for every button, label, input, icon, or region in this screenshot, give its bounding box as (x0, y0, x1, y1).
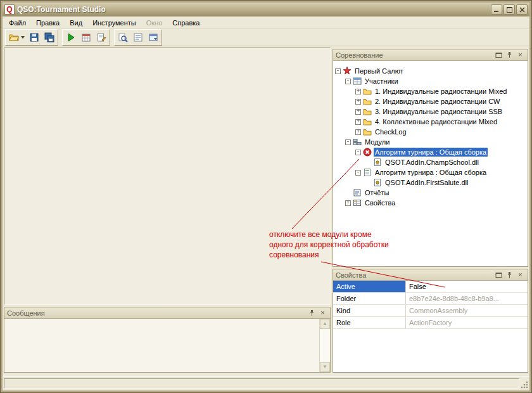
tree-item[interactable]: -Алгоритм турнира : Общая сборка (333, 147, 528, 157)
pin-icon[interactable] (307, 309, 317, 318)
expander-icon[interactable]: + (355, 119, 361, 125)
tree-item-label: Отчёты (364, 188, 390, 197)
app-window: Q QSO:Tournament Studio ФайлПравкаВидИнс… (0, 0, 532, 393)
expander-icon[interactable]: - (355, 150, 361, 155)
reports-icon (353, 188, 362, 197)
expander-icon[interactable]: - (335, 68, 341, 74)
edit-button[interactable] (94, 30, 109, 44)
close-icon[interactable]: × (318, 309, 327, 318)
close-button[interactable] (516, 4, 528, 15)
expander-icon[interactable]: - (345, 139, 351, 145)
property-name: Active (333, 281, 406, 292)
resize-grip-icon[interactable] (520, 380, 529, 389)
report-button[interactable] (130, 30, 146, 44)
messages-body: ▲ ▼ (4, 319, 330, 372)
properties-panel-header: Свойства × (333, 269, 528, 281)
property-name: Folder (333, 293, 406, 304)
property-row[interactable]: KindCommonAssembly (333, 305, 528, 317)
close-icon[interactable]: × (516, 51, 525, 60)
open-folder-icon (9, 32, 19, 42)
expander-icon[interactable]: + (345, 200, 351, 206)
tree-item-label: Алгоритм турнира : Общая сборка (374, 168, 488, 177)
tree-item[interactable]: -Первый Салют (333, 66, 528, 76)
titlebar: Q QSO:Tournament Studio (3, 3, 529, 16)
menu-item-5[interactable]: Справка (167, 18, 205, 28)
tree-item[interactable]: Отчёты (333, 188, 528, 198)
minimize-button[interactable] (491, 4, 502, 15)
competition-tree: -Первый Салют-Участники+1. Индивидуальны… (333, 61, 528, 266)
toolbar (3, 29, 529, 46)
scroll-down-icon[interactable]: ▼ (320, 362, 330, 372)
document-area (4, 48, 331, 305)
float-window-icon[interactable] (494, 271, 504, 280)
tree-item[interactable]: +3. Индивидуальные радиостанции SSB (333, 106, 528, 117)
menu-item-3[interactable]: Инструменты (87, 18, 141, 28)
search-button[interactable] (115, 30, 130, 44)
float-window-icon[interactable] (494, 51, 504, 60)
tree-item-label: Свойства (364, 198, 396, 207)
tree-item[interactable]: +1. Индивидуальные радиостанции Mixed (333, 86, 528, 96)
toolbar-group (114, 29, 162, 46)
tree-item[interactable]: QSOT.AddIn.FirstSalute.dll (333, 177, 528, 188)
tree-item[interactable]: +2. Индивидуальные радиостанции CW (333, 96, 528, 106)
dll-icon (373, 158, 382, 167)
calendar-icon (81, 32, 91, 42)
expander-icon[interactable]: + (355, 89, 361, 94)
pin-icon[interactable] (505, 271, 514, 280)
tree-item-label: CheckLog (374, 127, 408, 136)
menu-item-2[interactable]: Вид (65, 18, 87, 28)
run-button[interactable] (63, 30, 79, 44)
menu-item-1[interactable]: Правка (31, 18, 65, 28)
save-icon (29, 32, 39, 42)
menu-item-0[interactable]: Файл (4, 18, 31, 28)
dropdown-arrow-icon (21, 36, 25, 39)
scrollbar[interactable]: ▲ ▼ (319, 319, 330, 372)
search-icon (118, 32, 128, 42)
close-icon[interactable]: × (516, 271, 525, 280)
tree-item[interactable]: -Участники (333, 76, 528, 86)
tree-item[interactable]: +Свойства (333, 198, 528, 208)
module-icon (363, 168, 372, 177)
pin-icon[interactable] (505, 51, 514, 60)
property-name: Kind (333, 305, 406, 316)
tree-item[interactable]: QSOT.AddIn.ChampSchool.dll (333, 157, 528, 167)
competition-icon (343, 67, 352, 75)
property-row[interactable]: RoleActionFactory (333, 317, 528, 329)
tree-item-label: 1. Индивидуальные радиостанции Mixed (374, 87, 509, 96)
save-button[interactable] (27, 30, 42, 44)
toolbar-group (5, 29, 58, 46)
properties-icon (353, 198, 362, 207)
expander-icon[interactable]: + (355, 129, 361, 135)
scroll-up-icon[interactable]: ▲ (320, 319, 330, 329)
expander-icon[interactable]: + (355, 99, 361, 105)
tree-item-label: 3. Индивидуальные радиостанции SSB (374, 107, 504, 116)
tree-item[interactable]: +CheckLog (333, 127, 528, 137)
toolbar-group (62, 29, 110, 46)
expander-icon[interactable]: - (355, 170, 361, 176)
open-button[interactable] (6, 30, 27, 44)
tree-item[interactable]: +4. Коллективные радиостанции Mixed (333, 117, 528, 127)
property-row[interactable]: Foldere8b7e24e-8d8b-48c8-b9a8... (333, 293, 528, 305)
folder-icon (363, 117, 372, 126)
participants-icon (353, 77, 362, 86)
property-value: ActionFactory (406, 317, 528, 328)
calendar-button[interactable] (79, 30, 94, 44)
status-bar (3, 376, 529, 390)
save-all-button[interactable] (42, 30, 57, 44)
form-button[interactable] (146, 30, 161, 44)
maximize-button[interactable] (504, 4, 515, 15)
expander-icon[interactable]: - (345, 79, 351, 84)
menu-item-4: Окно (141, 18, 168, 28)
tree-item[interactable]: -Модули (333, 137, 528, 147)
messages-panel-header: Сообщения × (4, 307, 330, 319)
modules-icon (353, 138, 362, 146)
competition-panel: Соревнование × -Первый Салют-Участники+1… (332, 49, 528, 267)
tree-item-label: 4. Коллективные радиостанции Mixed (374, 117, 498, 126)
folder-icon (363, 107, 372, 116)
tree-item[interactable]: -Алгоритм турнира : Общая сборка (333, 167, 528, 177)
messages-panel: Сообщения × ▲ ▼ (4, 307, 331, 373)
menu-bar: ФайлПравкаВидИнструментыОкноСправка (3, 16, 529, 29)
property-row[interactable]: ActiveFalse (333, 281, 528, 293)
expander-icon[interactable]: + (355, 109, 361, 115)
competition-panel-title: Соревнование (336, 51, 493, 59)
